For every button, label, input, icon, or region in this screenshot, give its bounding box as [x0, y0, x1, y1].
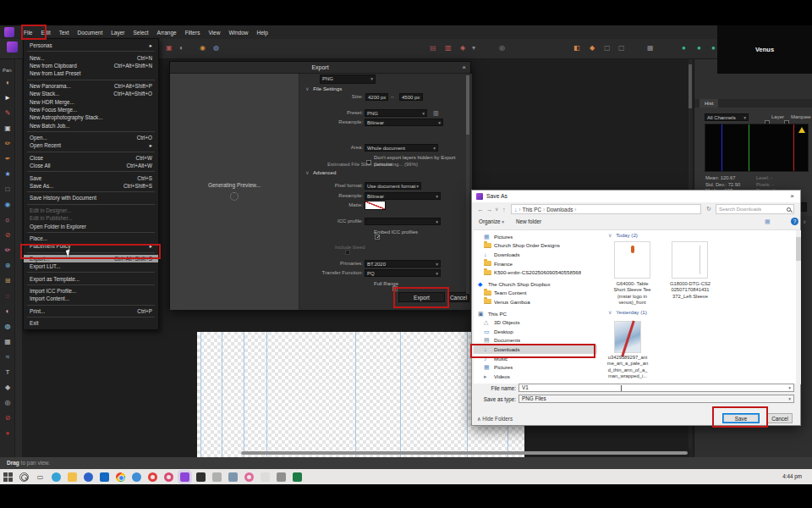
auto-levels-icon[interactable]: ▤ — [430, 43, 436, 53]
tree-item-venus-gamboa[interactable]: Venus Gamboa — [474, 297, 597, 306]
menu-item-new-focus-merge[interactable]: New Focus Merge... — [24, 106, 158, 113]
edge-icon[interactable] — [52, 472, 61, 482]
menu-item-export-lut[interactable]: Export LUT... — [24, 262, 158, 270]
rotate-icon[interactable]: ◍ — [213, 43, 219, 53]
snapping-icon[interactable]: ● — [682, 43, 686, 53]
transfer-function-dropdown[interactable]: PQ ▾ — [365, 269, 441, 277]
pan-tool-icon[interactable]: ◖ — [3, 78, 13, 88]
file-name[interactable]: G18000-DTG-CS202507170841431372_Left Sle… — [661, 281, 719, 300]
menu-item-print[interactable]: Print...Ctrl+P — [24, 307, 158, 315]
shape-tool-icon[interactable]: ◆ — [3, 383, 13, 393]
blemish-tool-icon[interactable]: ● — [3, 428, 13, 439]
menu-item-edit-in-designer[interactable]: Edit in Designer... — [24, 207, 158, 214]
toolbar-dropdown-icon[interactable]: ▾ — [472, 43, 475, 53]
pinned-app-gray-2-icon[interactable] — [277, 472, 286, 482]
tree-item-church-shop-order-designs[interactable]: Church Shop Order Designs — [474, 241, 597, 251]
pinned-app-slate-icon[interactable] — [228, 472, 238, 482]
up-icon[interactable]: ↑ — [502, 206, 506, 213]
area-dropdown[interactable]: Whole document ▾ — [365, 144, 438, 152]
menu-item-new-batch-job[interactable]: New Batch Job... — [24, 122, 158, 130]
chevron-down-icon[interactable]: ∨ — [803, 218, 806, 224]
menu-item-save[interactable]: SaveCtrl+S — [24, 174, 158, 181]
assistant-icon[interactable]: ◎ — [499, 43, 505, 53]
cancel-button[interactable]: Cancel — [767, 413, 793, 423]
excel-icon[interactable] — [293, 472, 302, 482]
flip-vertical-icon[interactable]: ◆ — [590, 43, 595, 53]
tree-item-pictures[interactable]: ▦Pictures — [474, 362, 597, 372]
file-thumbnail[interactable] — [672, 241, 708, 279]
auto-contrast-icon[interactable]: ▥ — [445, 43, 452, 53]
slice-export-icon[interactable]: ▣ — [166, 43, 173, 53]
tree-item-team-content[interactable]: Team Content — [474, 289, 597, 298]
link-dimensions-icon[interactable]: ↔ — [390, 94, 395, 99]
channels-dropdown[interactable]: All Channels ▾ — [705, 113, 749, 121]
snapping-2-icon[interactable]: ● — [697, 43, 701, 53]
pinned-app-dark-icon[interactable] — [196, 472, 206, 482]
settings-scrollbar[interactable] — [466, 75, 469, 294]
matte-swatch[interactable] — [365, 201, 386, 210]
marquee-tool-icon[interactable]: □ — [3, 185, 13, 195]
close-icon[interactable]: × — [462, 62, 466, 74]
menu-arrange[interactable]: Arrange — [153, 28, 181, 37]
search-input[interactable]: Search Downloads — [716, 204, 794, 214]
menu-item-new-hdr-merge[interactable]: New HDR Merge... — [24, 97, 158, 105]
menu-document[interactable]: Document — [74, 28, 107, 37]
preview-icon[interactable]: ◐ — [179, 43, 184, 53]
view-options-icon[interactable]: ▦ — [765, 218, 771, 225]
tree-item-pictures[interactable]: ▦Pictures — [474, 232, 597, 241]
help-icon[interactable]: ? — [791, 218, 798, 225]
preset-dropdown[interactable]: PNG ▾ — [365, 109, 427, 117]
menu-text[interactable]: Text — [55, 28, 74, 37]
color-wheel-icon[interactable]: ◉ — [200, 43, 206, 53]
move-tool-icon[interactable]: ► — [3, 93, 13, 103]
files-scrollbar[interactable] — [796, 230, 801, 384]
refresh-icon[interactable]: ↻ — [706, 206, 711, 213]
organize-button[interactable]: Organize ▾ — [479, 218, 504, 224]
breadcrumb-downloads[interactable]: Downloads — [546, 207, 573, 213]
group-header-today[interactable]: ∨ Today (2) — [608, 232, 638, 238]
menu-item-personas[interactable]: Personas▸ — [24, 41, 158, 49]
menu-item-new-astrophotography-stack[interactable]: New Astrophotography Stack... — [24, 113, 158, 121]
group-header-yesterday[interactable]: ∨ Yesterday (1) — [608, 309, 647, 315]
tab-histogram[interactable]: Hist — [700, 99, 718, 108]
delete-preset-icon[interactable]: ▥ — [433, 109, 439, 117]
menu-item-new-stack[interactable]: New Stack...Ctrl+Alt+Shift+O — [24, 90, 158, 97]
menu-item-import-icc-profile[interactable]: Import ICC Profile... — [24, 287, 158, 295]
menu-item-new-panorama[interactable]: New Panorama...Ctrl+Alt+Shift+P — [24, 82, 158, 90]
rotate-cw-icon[interactable]: ▢ — [618, 43, 625, 53]
mesh-warp-tool-icon[interactable]: ▦ — [3, 337, 13, 347]
resample-dropdown[interactable]: Bilinear ▾ — [365, 119, 443, 126]
tree-item-3d-objects[interactable]: △3D Objects — [474, 318, 597, 327]
new-folder-button[interactable]: New folder — [516, 218, 541, 224]
file-name[interactable]: G64000- TableShort Sleeve Tee(mstar logo… — [601, 281, 664, 306]
file-name-input[interactable]: ▾ V1 — [518, 384, 794, 392]
format-dropdown[interactable]: PNG ▾ — [320, 75, 376, 84]
magnet-icon[interactable]: ◈ — [460, 43, 465, 53]
tree-item-this-pc[interactable]: ▣This PC — [474, 309, 597, 318]
pinned-app-pink-icon[interactable] — [244, 472, 254, 482]
search-button[interactable] — [19, 472, 29, 482]
icc-profile-dropdown[interactable]: ▾ — [365, 218, 441, 225]
pinned-app-ring-icon[interactable] — [164, 472, 173, 482]
pinned-app-light-icon[interactable] — [261, 472, 270, 482]
canvas-horizontal-scrollbar[interactable] — [241, 451, 688, 455]
sponge-tool-icon[interactable]: ◍ — [3, 322, 13, 332]
menu-select[interactable]: Select — [129, 28, 153, 37]
liquify-tool-icon[interactable]: ≈ — [3, 352, 13, 362]
menu-item-open[interactable]: Open...Ctrl+O — [24, 134, 158, 141]
save-type-dropdown[interactable]: ▾ PNG Files — [518, 395, 794, 403]
affinity-photo-icon[interactable] — [180, 472, 189, 482]
pinned-app-blue-2-icon[interactable] — [132, 472, 141, 482]
transform-icon[interactable]: ▦ — [647, 43, 654, 53]
close-icon[interactable]: × — [790, 192, 794, 200]
tree-item-k500-embr-cs202506090540558568[interactable]: K500-embr-CS202506090540558568 — [474, 268, 597, 277]
selection-brush-tool-icon[interactable]: ✏ — [3, 139, 13, 149]
undo-brush-tool-icon[interactable]: ⊘ — [3, 413, 13, 423]
menu-item-open-recent[interactable]: Open Recent▸ — [24, 141, 158, 149]
file-thumbnail[interactable] — [614, 321, 641, 353]
zoom-tool-icon[interactable]: ◎ — [3, 398, 13, 408]
crop-tool-icon[interactable]: ▣ — [3, 124, 13, 134]
outlook-icon[interactable] — [100, 472, 109, 482]
forward-icon[interactable]: → — [486, 206, 493, 213]
opera-icon[interactable] — [148, 472, 157, 482]
